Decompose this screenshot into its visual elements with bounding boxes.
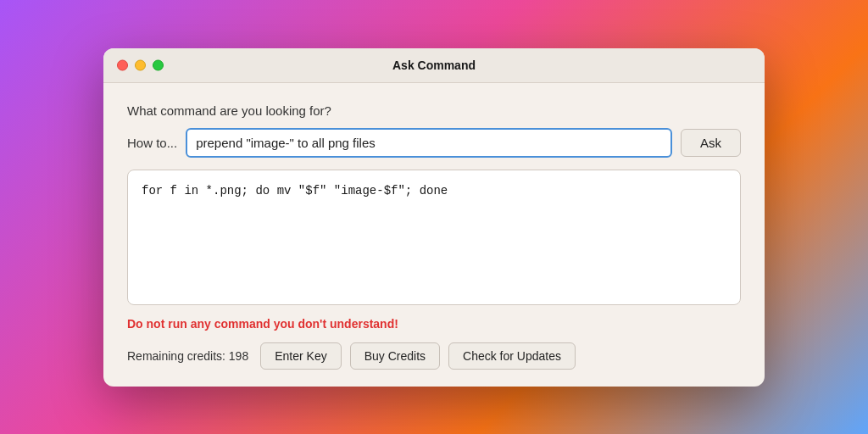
window-title: Ask Command [392, 58, 476, 72]
titlebar: Ask Command [103, 48, 765, 83]
prompt-label: What command are you looking for? [127, 103, 741, 118]
output-area: for f in *.png; do mv "$f" "image-$f"; d… [127, 170, 741, 305]
traffic-lights [117, 59, 164, 70]
minimize-button[interactable] [135, 59, 146, 70]
how-to-label: How to... [127, 136, 177, 150]
enter-key-button[interactable]: Enter Key [260, 342, 341, 370]
content-area: What command are you looking for? How to… [103, 83, 765, 387]
command-input[interactable] [186, 128, 672, 158]
close-button[interactable] [117, 59, 128, 70]
main-window: Ask Command What command are you looking… [103, 48, 765, 387]
footer-row: Remaining credits: 198 Enter Key Buy Cre… [127, 342, 741, 370]
output-code: for f in *.png; do mv "$f" "image-$f"; d… [142, 184, 448, 198]
check-updates-button[interactable]: Check for Updates [448, 342, 576, 370]
input-row: How to... Ask [127, 128, 741, 158]
credits-label: Remaining credits: 198 [127, 349, 248, 363]
warning-text: Do not run any command you don't underst… [127, 317, 741, 331]
buy-credits-button[interactable]: Buy Credits [350, 342, 440, 370]
ask-button[interactable]: Ask [681, 129, 741, 157]
maximize-button[interactable] [153, 59, 164, 70]
